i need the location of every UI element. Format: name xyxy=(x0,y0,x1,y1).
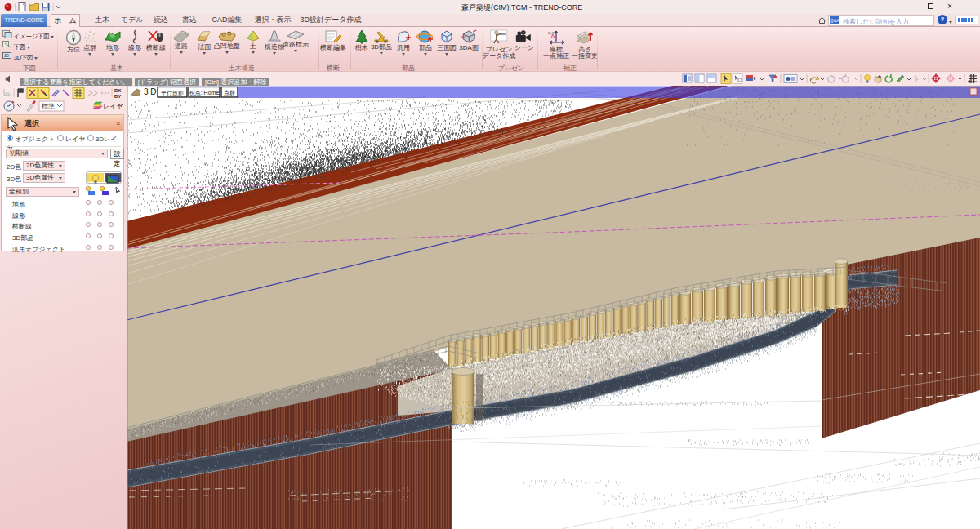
svg-text:DX: DX xyxy=(114,88,121,93)
svg-text:3D: 3D xyxy=(4,53,9,58)
svg-text:標準: 標準 xyxy=(42,103,55,110)
svg-text:視点: Home: 視点: Home xyxy=(189,90,220,96)
svg-text:平行投影: 平行投影 xyxy=(161,90,184,96)
svg-text:DY: DY xyxy=(114,94,121,99)
svg-text:点群: 点群 xyxy=(224,90,235,96)
svg-text:レイヤ: レイヤ xyxy=(103,103,123,110)
svg-text:x,y: x,y xyxy=(548,30,555,35)
svg-text:3 D: 3 D xyxy=(144,87,157,96)
